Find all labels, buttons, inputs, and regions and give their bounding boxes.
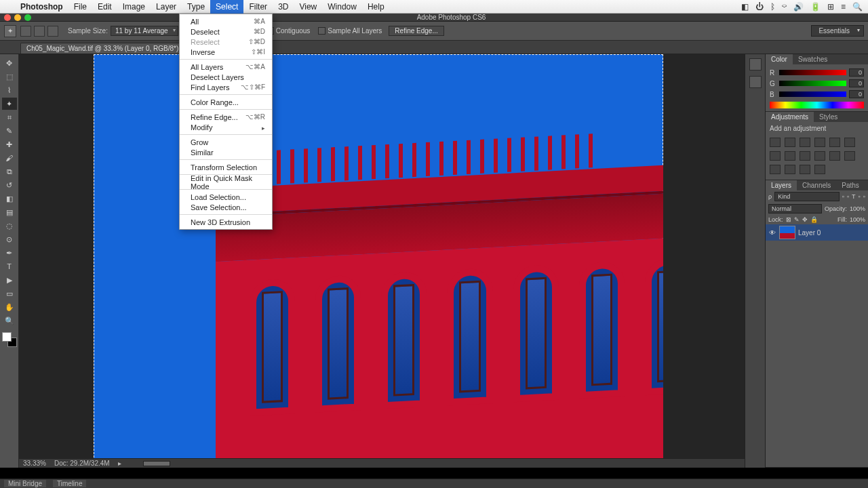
tool-preset-picker[interactable] [34, 26, 45, 37]
zoom-tool[interactable]: 🔍 [2, 314, 17, 327]
filter-icon[interactable]: ▫ [863, 193, 865, 200]
menu-file[interactable]: File [68, 0, 92, 14]
menu-extra-icon[interactable]: ≡ [841, 2, 846, 12]
tool-preset-picker[interactable] [47, 26, 58, 37]
r-value[interactable]: 0 [849, 68, 864, 77]
menu-item-load-selection[interactable]: Load Selection... [180, 192, 272, 202]
menu-layer[interactable]: Layer [151, 0, 182, 14]
menu-item-refine-edge[interactable]: Refine Edge...⌥⌘R [180, 112, 272, 122]
healing-brush-tool[interactable]: ✚ [2, 138, 17, 150]
layer-row[interactable]: 👁 Layer 0 [766, 224, 868, 241]
battery-icon[interactable]: 🔋 [810, 2, 821, 12]
spotlight-icon[interactable]: 🔍 [852, 2, 863, 12]
b-slider[interactable] [779, 92, 846, 97]
menu-type[interactable]: Type [182, 0, 210, 14]
menu-item-deselect[interactable]: Deselect⌘D [180, 26, 272, 37]
tab-mini-bridge[interactable]: Mini Bridge [4, 480, 46, 487]
opacity-value[interactable]: 100% [850, 205, 865, 212]
filter-icon[interactable]: ▫ [859, 193, 861, 200]
adjustment-icon[interactable] [844, 138, 855, 147]
menu-help[interactable]: Help [362, 0, 390, 14]
shape-tool[interactable]: ▭ [2, 287, 17, 300]
menu-item-all[interactable]: All⌘A [180, 16, 272, 26]
type-tool[interactable]: T [2, 260, 17, 272]
marquee-tool[interactable]: ⬚ [2, 70, 17, 83]
app-name[interactable]: Photoshop [15, 2, 68, 12]
scrollbar-thumb[interactable] [143, 461, 170, 466]
menu-view[interactable]: View [294, 0, 322, 14]
adjustment-icon[interactable] [814, 138, 825, 147]
menu-item-transform-selection[interactable]: Transform Selection [180, 162, 272, 172]
adjustment-icon[interactable] [844, 151, 855, 161]
blur-tool[interactable]: ◌ [2, 220, 17, 232]
menu-item-find-layers[interactable]: Find Layers⌥⇧⌘F [180, 82, 272, 92]
adjustment-icon[interactable] [770, 151, 781, 161]
adjustment-icon[interactable] [814, 165, 825, 174]
zoom-window-button[interactable] [24, 14, 31, 21]
eyedropper-tool[interactable]: ✎ [2, 125, 17, 137]
zoom-level[interactable]: 33.33% [23, 460, 46, 467]
tab-adjustments[interactable]: Adjustments [766, 112, 814, 122]
brush-tool[interactable]: 🖌 [2, 152, 17, 164]
menu-item-inverse[interactable]: Inverse⇧⌘I [180, 47, 272, 57]
adjustment-icon[interactable] [785, 151, 795, 161]
menu-extra-icon[interactable]: ⊞ [827, 2, 834, 12]
filter-kind-dropdown[interactable]: Kind [774, 192, 840, 201]
menu-item-grow[interactable]: Grow [180, 137, 272, 147]
path-selection-tool[interactable]: ▶ [2, 274, 17, 286]
wifi-icon[interactable]: ⌔ [782, 2, 787, 12]
lock-icon[interactable]: 🔒 [810, 216, 818, 223]
volume-icon[interactable]: 🔊 [793, 2, 804, 12]
menu-image[interactable]: Image [117, 0, 151, 14]
document-tab[interactable]: Ch05_Magic_Wand.tif @ 33.3% (Layer 0, RG… [20, 43, 193, 54]
crop-tool[interactable]: ⌗ [2, 111, 17, 123]
tab-color[interactable]: Color [766, 54, 793, 64]
adjustment-icon[interactable] [829, 138, 840, 147]
layer-name[interactable]: Layer 0 [798, 229, 821, 237]
fill-value[interactable]: 100% [850, 216, 865, 223]
adjustment-icon[interactable] [800, 165, 810, 174]
minimize-window-button[interactable] [14, 14, 21, 21]
menu-filter[interactable]: Filter [243, 0, 273, 14]
adjustment-icon[interactable] [814, 151, 825, 161]
canvas-area[interactable]: 33.33% Doc: 29.2M/32.4M ▸ [19, 54, 745, 468]
tab-swatches[interactable]: Swatches [793, 54, 833, 64]
menu-item-color-range[interactable]: Color Range... [180, 97, 272, 107]
history-brush-tool[interactable]: ↺ [2, 179, 17, 191]
menu-extra-icon[interactable]: ◧ [741, 2, 749, 12]
visibility-toggle[interactable]: 👁 [768, 229, 776, 237]
filter-icon[interactable]: T [852, 193, 856, 200]
sample-size-dropdown[interactable]: 11 by 11 Average [111, 26, 178, 36]
g-value[interactable]: 0 [849, 79, 864, 87]
active-tool-icon[interactable]: ✦ [4, 25, 16, 37]
properties-panel-icon[interactable] [749, 76, 762, 88]
b-value[interactable]: 0 [849, 90, 864, 98]
gradient-tool[interactable]: ▤ [2, 206, 17, 218]
g-slider[interactable] [779, 81, 846, 86]
sample-all-checkbox[interactable] [318, 27, 326, 35]
magic-wand-tool[interactable]: ✦ [2, 98, 17, 110]
filter-icon[interactable]: ▫ [847, 193, 849, 200]
adjustment-icon[interactable] [785, 165, 795, 174]
menu-edit[interactable]: Edit [92, 0, 117, 14]
tab-timeline[interactable]: Timeline [53, 480, 86, 487]
menu-extra-icon[interactable]: ⏻ [755, 2, 764, 12]
lock-icon[interactable]: ✎ [794, 216, 800, 223]
adjustment-icon[interactable] [770, 138, 781, 147]
menu-item-deselect-layers[interactable]: Deselect Layers [180, 72, 272, 82]
menu-item-edit-in-quick-mask-mode[interactable]: Edit in Quick Mask Mode [180, 177, 272, 187]
move-tool[interactable]: ✥ [2, 57, 17, 69]
history-panel-icon[interactable] [749, 58, 762, 70]
doc-size[interactable]: Doc: 29.2M/32.4M [54, 460, 110, 467]
hand-tool[interactable]: ✋ [2, 301, 17, 313]
adjustment-icon[interactable] [770, 165, 781, 174]
tab-layers[interactable]: Layers [766, 180, 797, 190]
tab-paths[interactable]: Paths [836, 180, 865, 190]
hue-ramp[interactable] [770, 102, 864, 108]
adjustment-icon[interactable] [800, 151, 810, 161]
menu-item-save-selection[interactable]: Save Selection... [180, 202, 272, 212]
adjustment-icon[interactable] [800, 138, 810, 147]
dodge-tool[interactable]: ⊙ [2, 233, 17, 245]
menu-item-all-layers[interactable]: All Layers⌥⌘A [180, 62, 272, 72]
blend-mode-dropdown[interactable]: Normal [768, 204, 822, 214]
